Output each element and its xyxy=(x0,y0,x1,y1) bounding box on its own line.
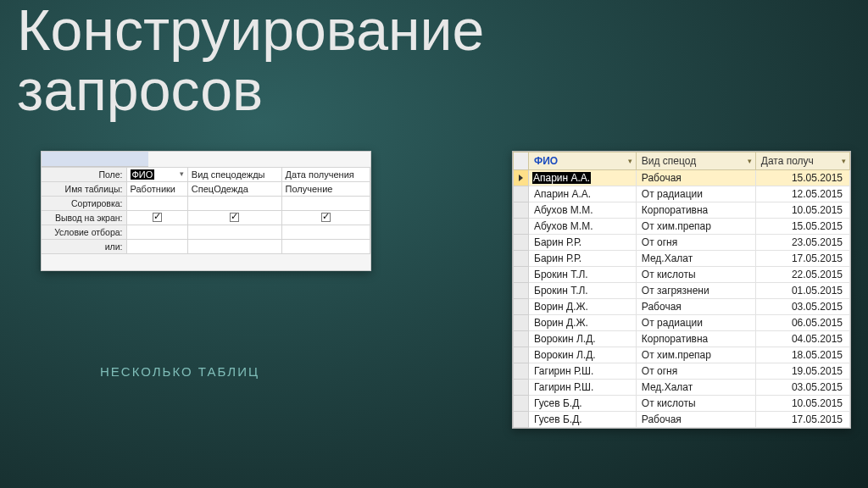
cell-show-0[interactable] xyxy=(126,211,187,225)
table-row[interactable]: Брокин Т.Л.От загрязнени01.05.2015 xyxy=(514,283,850,299)
cell-type[interactable]: Рабочая xyxy=(636,412,755,428)
cell-type[interactable]: Мед.Халат xyxy=(636,380,755,396)
cell-or-0[interactable] xyxy=(126,240,187,254)
cell-show-1[interactable] xyxy=(187,211,281,225)
cell-type[interactable]: От огня xyxy=(636,363,755,380)
cell-type[interactable]: Корпоративна xyxy=(636,202,755,219)
cell-criteria-1[interactable] xyxy=(187,225,281,240)
checkbox-icon[interactable] xyxy=(230,213,239,222)
table-row[interactable]: Ворин Д.Ж.Рабочая03.05.2015 xyxy=(514,299,850,315)
row-selector[interactable] xyxy=(514,380,529,396)
cell-field-2[interactable]: Дата получения xyxy=(281,168,370,182)
cell-fio[interactable]: Брокин Т.Л. xyxy=(529,283,637,299)
cell-type[interactable]: От загрязнени xyxy=(636,283,755,299)
cell-fio[interactable]: Гагирин Р.Ш. xyxy=(529,380,637,396)
cell-fio[interactable]: Брокин Т.Л. xyxy=(529,267,637,283)
cell-type[interactable]: Рабочая xyxy=(636,170,755,186)
cell-date[interactable]: 23.05.2015 xyxy=(755,235,849,251)
checkbox-icon[interactable] xyxy=(153,213,162,222)
col-header-fio[interactable]: ФИО▾ xyxy=(529,152,637,170)
cell-date[interactable]: 10.05.2015 xyxy=(755,202,849,219)
row-selector[interactable] xyxy=(514,170,529,186)
table-row[interactable]: Брокин Т.Л.От кислоты22.05.2015 xyxy=(514,267,850,283)
table-row[interactable]: Апарин А.А.Рабочая15.05.2015 xyxy=(514,170,850,186)
cell-type[interactable]: Мед.Халат xyxy=(636,251,755,267)
cell-criteria-0[interactable] xyxy=(126,225,187,240)
cell-type[interactable]: От огня xyxy=(636,235,755,251)
cell-type[interactable]: Рабочая xyxy=(636,299,755,315)
cell-type[interactable]: От радиации xyxy=(636,186,755,202)
cell-type[interactable]: От хим.препар xyxy=(636,347,755,363)
col-header-date[interactable]: Дата получ▾ xyxy=(755,152,849,170)
table-row[interactable]: Ворокин Л.Д.От хим.препар18.05.2015 xyxy=(514,347,850,363)
table-row[interactable]: Гусев Б.Д.Рабочая17.05.2015 xyxy=(514,412,850,428)
cell-sort-1[interactable] xyxy=(187,197,281,211)
cell-fio[interactable]: Гагирин Р.Ш. xyxy=(529,363,637,380)
cell-table-1[interactable]: СпецОдежда xyxy=(187,182,281,197)
dropdown-icon[interactable]: ▾ xyxy=(628,157,632,165)
cell-date[interactable]: 17.05.2015 xyxy=(755,251,849,267)
checkbox-icon[interactable] xyxy=(321,213,331,222)
row-selector[interactable] xyxy=(514,363,529,380)
table-row[interactable]: Гагирин Р.Ш.Мед.Халат03.05.2015 xyxy=(514,380,850,396)
cell-show-2[interactable] xyxy=(281,211,370,225)
row-selector[interactable] xyxy=(514,396,529,412)
row-selector[interactable] xyxy=(514,267,529,283)
cell-sort-2[interactable] xyxy=(281,197,370,211)
cell-fio[interactable]: Ворокин Л.Д. xyxy=(529,331,637,347)
cell-date[interactable]: 03.05.2015 xyxy=(755,299,849,315)
row-selector[interactable] xyxy=(514,331,529,347)
cell-date[interactable]: 17.05.2015 xyxy=(755,412,849,428)
table-row[interactable]: Абухов М.М.Корпоративна10.05.2015 xyxy=(514,202,850,219)
cell-table-2[interactable]: Получение xyxy=(281,182,370,197)
col-header-type[interactable]: Вид спецод▾ xyxy=(636,152,755,170)
cell-date[interactable]: 15.05.2015 xyxy=(755,219,849,235)
cell-date[interactable]: 22.05.2015 xyxy=(755,267,849,283)
cell-fio[interactable]: Гусев Б.Д. xyxy=(529,412,637,428)
cell-date[interactable]: 03.05.2015 xyxy=(755,380,849,396)
cell-field-1[interactable]: Вид спецодежды xyxy=(187,168,281,182)
cell-type[interactable]: От хим.препар xyxy=(636,219,755,235)
dropdown-icon[interactable]: ▾ xyxy=(748,157,752,165)
table-row[interactable]: Гагирин Р.Ш.От огня19.05.2015 xyxy=(514,363,850,380)
table-row[interactable]: Гусев Б.Д.От кислоты10.05.2015 xyxy=(514,396,850,412)
cell-date[interactable]: 04.05.2015 xyxy=(755,331,849,347)
cell-type[interactable]: От кислоты xyxy=(636,267,755,283)
row-selector[interactable] xyxy=(514,251,529,267)
row-selector[interactable] xyxy=(514,412,529,428)
table-row[interactable]: Барин Р.Р.Мед.Халат17.05.2015 xyxy=(514,251,850,267)
cell-fio[interactable]: Барин Р.Р. xyxy=(529,235,637,251)
row-selector[interactable] xyxy=(514,219,529,235)
cell-or-2[interactable] xyxy=(281,240,370,254)
cell-sort-0[interactable] xyxy=(126,197,187,211)
cell-fio[interactable]: Апарин А.А. xyxy=(529,186,637,202)
table-row[interactable]: Ворин Д.Ж.От радиации06.05.2015 xyxy=(514,315,850,331)
cell-date[interactable]: 19.05.2015 xyxy=(755,363,849,380)
cell-criteria-2[interactable] xyxy=(281,225,370,240)
cell-fio[interactable]: Ворин Д.Ж. xyxy=(529,299,637,315)
cell-fio[interactable]: Апарин А.А. xyxy=(529,170,637,186)
row-selector-header[interactable] xyxy=(514,152,529,170)
cell-fio[interactable]: Абухов М.М. xyxy=(529,202,637,219)
table-row[interactable]: Ворокин Л.Д.Корпоративна04.05.2015 xyxy=(514,331,850,347)
cell-date[interactable]: 06.05.2015 xyxy=(755,315,849,331)
cell-field-0[interactable]: ФИО▾ xyxy=(126,168,187,182)
cell-type[interactable]: От радиации xyxy=(636,315,755,331)
cell-fio[interactable]: Гусев Б.Д. xyxy=(529,396,637,412)
dropdown-icon[interactable]: ▾ xyxy=(842,157,846,165)
row-selector[interactable] xyxy=(514,299,529,315)
row-selector[interactable] xyxy=(514,283,529,299)
row-selector[interactable] xyxy=(514,315,529,331)
cell-fio[interactable]: Барин Р.Р. xyxy=(529,251,637,267)
cell-date[interactable]: 12.05.2015 xyxy=(755,186,849,202)
row-selector[interactable] xyxy=(514,202,529,219)
cell-table-0[interactable]: Работники xyxy=(126,182,187,197)
table-row[interactable]: Абухов М.М.От хим.препар15.05.2015 xyxy=(514,219,850,235)
cell-or-1[interactable] xyxy=(187,240,281,254)
cell-date[interactable]: 10.05.2015 xyxy=(755,396,849,412)
cell-date[interactable]: 15.05.2015 xyxy=(755,170,849,186)
row-selector[interactable] xyxy=(514,347,529,363)
cell-type[interactable]: Корпоративна xyxy=(636,331,755,347)
row-selector[interactable] xyxy=(514,186,529,202)
row-selector[interactable] xyxy=(514,235,529,251)
